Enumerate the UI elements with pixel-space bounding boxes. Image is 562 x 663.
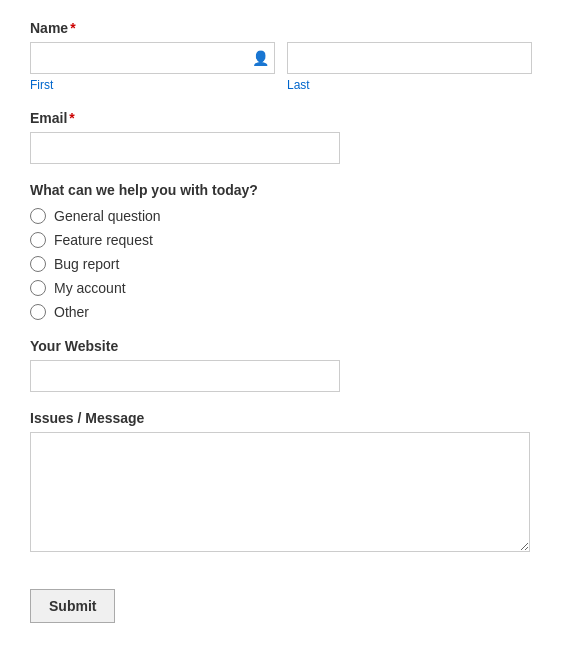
radio-item-other[interactable]: Other <box>30 304 532 320</box>
name-label: Name* <box>30 20 532 36</box>
email-label-text: Email <box>30 110 67 126</box>
first-name-input[interactable] <box>30 42 275 74</box>
message-textarea[interactable] <box>30 432 530 552</box>
email-required: * <box>69 110 74 126</box>
radio-group: General question Feature request Bug rep… <box>30 208 532 320</box>
website-label: Your Website <box>30 338 532 354</box>
radio-bug-label: Bug report <box>54 256 119 272</box>
message-label: Issues / Message <box>30 410 532 426</box>
radio-feature[interactable] <box>30 232 46 248</box>
radio-account-label: My account <box>54 280 126 296</box>
radio-item-feature[interactable]: Feature request <box>30 232 532 248</box>
radio-item-account[interactable]: My account <box>30 280 532 296</box>
help-question-group: What can we help you with today? General… <box>30 182 532 320</box>
radio-general-label: General question <box>54 208 161 224</box>
radio-other-label: Other <box>54 304 89 320</box>
radio-account[interactable] <box>30 280 46 296</box>
radio-item-general[interactable]: General question <box>30 208 532 224</box>
name-row: 👤 First Last <box>30 42 532 92</box>
radio-general[interactable] <box>30 208 46 224</box>
name-required: * <box>70 20 75 36</box>
name-label-text: Name <box>30 20 68 36</box>
website-input-wrapper <box>30 360 340 392</box>
radio-feature-label: Feature request <box>54 232 153 248</box>
last-name-field: Last <box>287 42 532 92</box>
first-name-input-wrapper: 👤 <box>30 42 275 74</box>
help-question-label: What can we help you with today? <box>30 182 532 198</box>
radio-other[interactable] <box>30 304 46 320</box>
first-sublabel: First <box>30 78 275 92</box>
email-input[interactable] <box>30 132 340 164</box>
website-field-group: Your Website <box>30 338 532 392</box>
submit-button[interactable]: Submit <box>30 589 115 623</box>
last-name-input[interactable] <box>287 42 532 74</box>
email-field-group: Email* <box>30 110 532 164</box>
website-input[interactable] <box>30 360 340 392</box>
email-label: Email* <box>30 110 532 126</box>
email-input-wrapper <box>30 132 340 164</box>
message-field-group: Issues / Message <box>30 410 532 555</box>
form-container: Name* 👤 First Last Email* What can <box>0 0 562 663</box>
first-name-field: 👤 First <box>30 42 275 92</box>
radio-bug[interactable] <box>30 256 46 272</box>
name-field-group: Name* 👤 First Last <box>30 20 532 92</box>
radio-item-bug[interactable]: Bug report <box>30 256 532 272</box>
last-sublabel: Last <box>287 78 532 92</box>
